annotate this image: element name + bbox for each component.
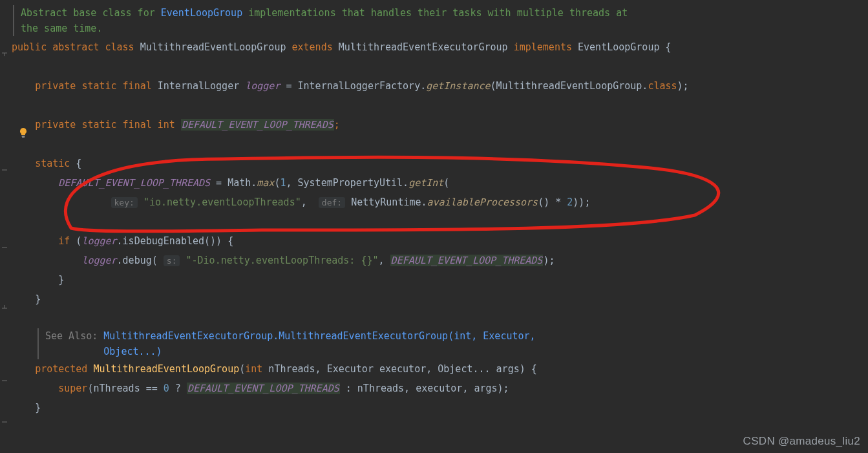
- kw-final: final: [123, 119, 152, 131]
- fold-marker-icon[interactable]: [0, 167, 9, 176]
- params: nThreads, Executor executor, Object... a…: [262, 363, 536, 375]
- fold-marker-icon[interactable]: [0, 50, 9, 59]
- num: 2: [567, 196, 573, 208]
- method-call: availableProcessors: [427, 196, 538, 208]
- doc-link-eventloopgroup[interactable]: EventLoopGroup: [161, 7, 242, 19]
- fold-marker-icon[interactable]: [0, 416, 9, 425]
- method-call: getInt: [408, 177, 443, 189]
- type: InternalLogger: [158, 80, 239, 92]
- iface-name: EventLoopGroup: [578, 41, 659, 53]
- txt: .debug(: [117, 255, 158, 266]
- svg-rect-1: [22, 137, 25, 138]
- args: (MultithreadEventLoopGroup.: [491, 80, 648, 92]
- comma: ,: [301, 196, 313, 208]
- kw-static: static: [81, 119, 116, 131]
- code-line[interactable]: protected MultithreadEventLoopGroup(int …: [0, 359, 868, 379]
- field-ref: logger: [81, 235, 116, 247]
- p: (: [443, 177, 449, 189]
- kw-classlit: class: [648, 80, 677, 92]
- txt: .isDebugEnabled()) {: [117, 235, 234, 247]
- fold-marker-icon[interactable]: [0, 244, 9, 253]
- comma: ,: [379, 255, 390, 266]
- svg-rect-0: [22, 136, 25, 136]
- eq: =: [280, 80, 297, 92]
- field-ref: logger: [81, 255, 116, 266]
- cls-ref: NettyRuntime.: [351, 196, 427, 208]
- kw-static: static: [35, 158, 70, 169]
- code-line[interactable]: static {: [0, 154, 868, 173]
- blank-line[interactable]: [0, 96, 868, 115]
- blank-line[interactable]: [0, 57, 868, 76]
- string-literal: "-Dio.netty.eventLoopThreads: {}": [186, 255, 379, 266]
- txt: : nThreads, executor, args);: [340, 383, 509, 394]
- method-call: max: [257, 177, 274, 189]
- javadoc-class: Abstract base class for EventLoopGroup i…: [13, 5, 868, 36]
- brace: {: [70, 158, 81, 169]
- code-line[interactable]: public abstract class MultithreadEventLo…: [0, 37, 868, 57]
- javadoc-ctor: See Also: MultithreadEventExecutorGroup.…: [37, 328, 868, 359]
- kw-implements: implements: [514, 41, 572, 53]
- code-line[interactable]: }: [0, 270, 868, 290]
- watermark: CSDN @amadeus_liu2: [743, 435, 860, 448]
- txt: ?: [169, 383, 187, 394]
- kw-int: int: [158, 119, 175, 131]
- comma: ,: [286, 177, 297, 189]
- blank-line[interactable]: [0, 134, 868, 154]
- end: ));: [573, 196, 590, 208]
- code-line[interactable]: if (logger.isDebugEnabled()) {: [0, 231, 868, 251]
- p: (: [70, 235, 81, 247]
- string-literal: "io.netty.eventLoopThreads": [143, 196, 301, 208]
- end: );: [543, 255, 555, 266]
- param-hint: key:: [111, 197, 138, 208]
- class-name: MultithreadEventLoopGroup: [140, 41, 286, 53]
- code-line[interactable]: DEFAULT_EVENT_LOOP_THREADS = Math.max(1,…: [0, 173, 868, 193]
- kw-if: if: [58, 235, 70, 247]
- doc-link[interactable]: MultithreadEventExecutorGroup.Multithrea…: [103, 330, 535, 342]
- kw-static: static: [81, 80, 116, 92]
- txt: () *: [538, 196, 567, 208]
- code-line[interactable]: super(nThreads == 0 ? DEFAULT_EVENT_LOOP…: [0, 379, 868, 398]
- doc-text: the same time.: [21, 23, 102, 34]
- code-editor[interactable]: Abstract base class for EventLoopGroup i…: [0, 0, 868, 453]
- doc-text: Abstract base class for: [21, 7, 161, 19]
- code-line-caret[interactable]: private static final int DEFAULT_EVENT_L…: [0, 115, 868, 134]
- fold-marker-icon[interactable]: [0, 377, 9, 386]
- kw-extends: extends: [292, 41, 333, 53]
- code-line[interactable]: key: "io.netty.eventLoopThreads", def: N…: [0, 193, 868, 212]
- ctor-name: MultithreadEventLoopGroup: [93, 363, 239, 375]
- num: 0: [164, 383, 169, 394]
- field-ref: DEFAULT_EVENT_LOOP_THREADS: [58, 177, 210, 189]
- semi: ;: [334, 119, 340, 131]
- kw-int: int: [245, 363, 262, 375]
- end: );: [677, 80, 689, 92]
- brace: }: [35, 402, 41, 414]
- blank-line[interactable]: [0, 309, 868, 328]
- param-hint: def:: [319, 197, 345, 208]
- kw-super: super: [58, 383, 87, 394]
- brace: }: [35, 293, 41, 305]
- kw-public: public: [12, 41, 47, 53]
- txt: = Math.: [210, 177, 257, 189]
- fold-marker-icon[interactable]: [0, 302, 9, 311]
- kw-final: final: [123, 80, 152, 92]
- p: (: [239, 363, 245, 375]
- doc-see: See Also:: [45, 330, 98, 342]
- field-name: logger: [245, 80, 280, 92]
- blank-line[interactable]: [0, 212, 868, 231]
- super-class: MultithreadEventExecutorGroup: [339, 41, 508, 53]
- code-line[interactable]: }: [0, 290, 868, 309]
- code-line[interactable]: logger.debug( s: "-Dio.netty.eventLoopTh…: [0, 251, 868, 270]
- intention-bulb-icon[interactable]: [18, 127, 28, 138]
- code-line[interactable]: }: [0, 398, 868, 417]
- txt: (nThreads ==: [87, 383, 163, 394]
- param-hint: s:: [164, 255, 180, 266]
- factory: InternalLoggerFactory.: [298, 80, 427, 92]
- const-name: DEFAULT_EVENT_LOOP_THREADS: [181, 119, 334, 131]
- kw-class: class: [105, 41, 134, 53]
- doc-text: implementations that handles their tasks…: [242, 7, 628, 19]
- kw-abstract: abstract: [52, 41, 99, 53]
- cls-ref: SystemPropertyUtil.: [298, 177, 409, 189]
- code-line[interactable]: private static final InternalLogger logg…: [0, 76, 868, 96]
- doc-link[interactable]: Object...): [103, 346, 162, 357]
- kw-protected: protected: [35, 363, 87, 375]
